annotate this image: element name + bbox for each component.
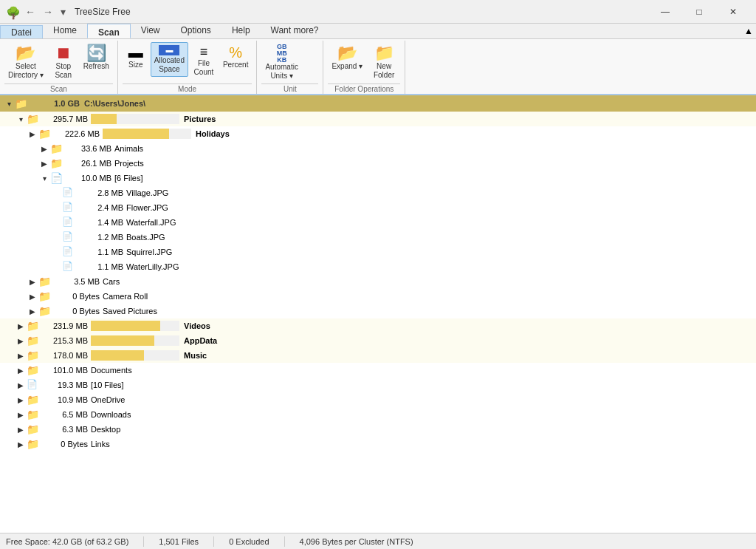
cluster-label: 4,096 Bytes per Cluster (NTFS) [300,537,413,546]
list-item[interactable]: 📄 1.1 MB WaterLilly.JPG [0,259,756,274]
list-item[interactable]: ▶ 📁 101.0 MB Documents [0,363,756,378]
village-name: Village.JPG [126,188,168,197]
mode-group-label: Mode [123,83,252,94]
ribbon-group-folder-ops: 📂 Expand ▾ 📁 NewFolder Folder Operations [323,41,405,94]
tab-wantmore[interactable]: Want more? [261,24,329,38]
dropdown-button[interactable]: ▾ [58,4,69,19]
list-item[interactable]: ▶ 📁 178.0 MB Music [0,348,756,363]
links-toggle[interactable]: ▶ [15,438,27,450]
holidays-toggle[interactable]: ▶ [27,128,38,140]
refresh-button[interactable]: 🔄 Refresh [80,42,113,73]
title-bar: 🌳 ← → ▾ TreeSize Free — □ ✕ [0,0,756,24]
list-item[interactable]: ▶ 📁 10.9 MB OneDrive [0,392,756,407]
minimize-button[interactable]: — [648,0,682,24]
tab-scan[interactable]: Scan [87,24,131,38]
sixfiles-toggle[interactable]: ▾ [38,172,50,184]
status-bar: Free Space: 42.0 GB (of 63.2 GB) 1,501 F… [0,533,756,549]
animals-toggle[interactable]: ▶ [38,143,50,154]
tree-view[interactable]: ▾ 📁 1.0 GB C:\Users\Jones\ ▾ 📁 295.7 MB … [0,95,756,533]
expand-button[interactable]: 📂 Expand ▾ [328,42,366,73]
music-toggle[interactable]: ▶ [15,349,27,361]
tab-view[interactable]: View [131,24,171,38]
root-toggle[interactable]: ▾ [3,98,15,109]
tab-home[interactable]: Home [43,24,87,38]
allocated-label: AllocatedSpace [154,56,185,74]
new-folder-label: NewFolder [374,62,394,80]
waterfall-name: Waterfall.JPG [126,218,176,227]
list-item[interactable]: ▶ 📁 6.3 MB Desktop [0,422,756,437]
pictures-toggle[interactable]: ▾ [15,113,27,125]
list-item[interactable]: ▶ 📁 215.3 MB AppData [0,333,756,348]
tab-help[interactable]: Help [221,24,261,38]
tenfiles-size: 19.3 MB [40,381,88,389]
unit-buttons: GBMBKB AutomaticUnits ▾ [261,41,318,83]
tenfiles-name: [10 Files] [91,381,124,389]
flower-size: 2.4 MB [75,203,123,212]
cameraroll-toggle[interactable]: ▶ [27,290,38,302]
allocated-space-button[interactable]: ▬ AllocatedSpace [151,42,188,77]
list-item[interactable]: ▶ 📁 33.6 MB Animals [0,141,756,156]
list-item[interactable]: 📄 1.1 MB Squirrel.JPG [0,245,756,259]
close-button[interactable]: ✕ [716,0,750,24]
list-item[interactable]: ▶ 📁 26.1 MB Projects [0,156,756,171]
folder-ops-buttons: 📂 Expand ▾ 📁 NewFolder [328,41,400,83]
tab-options[interactable]: Options [171,24,221,38]
list-item[interactable]: 📄 2.4 MB Flower.JPG [0,200,756,215]
list-item[interactable]: ▶ 📁 0 Bytes Links [0,437,756,451]
forward-button[interactable]: → [40,4,56,19]
appdata-folder-icon: 📁 [27,335,38,347]
list-item[interactable]: ▶ 📁 231.9 MB Videos [0,318,756,333]
list-item[interactable]: 📄 1.4 MB Waterfall.JPG [0,215,756,230]
tab-datei[interactable]: Datei [0,25,43,38]
holidays-folder-icon: 📁 [38,128,50,140]
refresh-label: Refresh [83,62,109,70]
maximize-button[interactable]: □ [682,0,716,24]
root-row[interactable]: ▾ 📁 1.0 GB C:\Users\Jones\ [0,95,756,112]
documents-toggle[interactable]: ▶ [15,364,27,376]
music-name: Music [184,351,207,360]
new-folder-button[interactable]: 📁 NewFolder [368,42,400,83]
videos-toggle[interactable]: ▶ [15,320,27,332]
expand-icon: 📂 [337,45,357,61]
auto-units-button[interactable]: GBMBKB AutomaticUnits ▾ [261,42,301,83]
tenfiles-toggle[interactable]: ▶ [15,379,27,391]
links-size: 0 Bytes [40,440,88,449]
appdata-toggle[interactable]: ▶ [15,335,27,347]
desktop-toggle[interactable]: ▶ [15,423,27,435]
ribbon-collapse-btn[interactable]: ▲ [744,24,756,38]
nav-buttons: ← → ▾ [22,4,69,19]
downloads-toggle[interactable]: ▶ [15,409,27,420]
pictures-size: 295.7 MB [40,115,88,123]
cars-toggle[interactable]: ▶ [27,276,38,287]
auto-units-label: AutomaticUnits ▾ [265,63,298,81]
back-button[interactable]: ← [22,4,38,19]
list-item[interactable]: 📄 2.8 MB Village.JPG [0,185,756,200]
savedpictures-toggle[interactable]: ▶ [27,305,38,317]
list-item[interactable]: ▶ 📁 0 Bytes Saved Pictures [0,304,756,318]
projects-toggle[interactable]: ▶ [38,157,50,169]
boats-name: Boats.JPG [126,233,165,242]
onedrive-size: 10.9 MB [40,395,88,404]
list-item[interactable]: ▾ 📄 10.0 MB [6 Files] [0,171,756,185]
list-item[interactable]: ▶ 📁 3.5 MB Cars [0,274,756,289]
boats-icon: 📄 [62,231,74,243]
appdata-bar [91,335,179,346]
stop-scan-button[interactable]: ⏹ StopScan [49,42,78,83]
sixfiles-folder-icon: 📄 [50,172,62,184]
main-area: ▾ 📁 1.0 GB C:\Users\Jones\ ▾ 📁 295.7 MB … [0,95,756,533]
list-item[interactable]: ▶ 📁 222.6 MB Holidays [0,126,756,141]
list-item[interactable]: ▶ 📄 19.3 MB [10 Files] [0,378,756,392]
size-mode-button[interactable]: ▬ Size [123,42,149,72]
list-item[interactable]: ▶ 📁 0 Bytes Camera Roll [0,289,756,304]
list-item[interactable]: 📄 1.2 MB Boats.JPG [0,230,756,245]
squirrel-size: 1.1 MB [75,248,123,256]
list-item[interactable]: ▶ 📁 6.5 MB Downloads [0,407,756,422]
documents-size: 101.0 MB [40,366,88,375]
root-size: 1.0 GB [28,99,80,108]
percent-button[interactable]: % Percent [219,42,252,72]
waterlilly-size: 1.1 MB [75,262,123,271]
select-directory-button[interactable]: 📂 SelectDirectory ▾ [4,42,47,83]
list-item[interactable]: ▾ 📁 295.7 MB Pictures [0,112,756,126]
file-count-button[interactable]: ≡ FileCount [190,42,218,80]
onedrive-toggle[interactable]: ▶ [15,394,27,406]
